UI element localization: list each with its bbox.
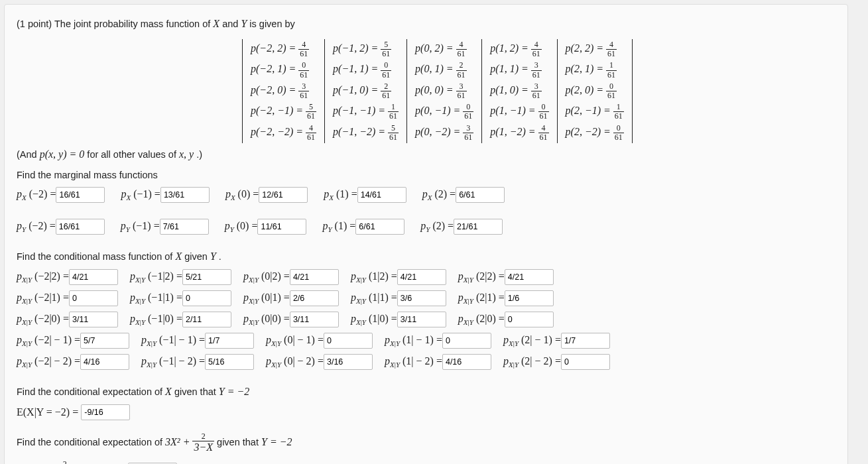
cond-item: pX|Y (2|1) = bbox=[458, 290, 554, 306]
px-label: pX (0) = bbox=[225, 188, 259, 202]
var-Y: Y bbox=[241, 18, 247, 29]
cond-input[interactable] bbox=[290, 269, 339, 285]
cond-label: pX|Y (0|0) = bbox=[243, 313, 290, 326]
cond-input[interactable] bbox=[69, 312, 118, 327]
cond-item: pX|Y (−1| − 2) = bbox=[141, 354, 254, 370]
cond-item: pX|Y (−1|1) = bbox=[130, 290, 231, 306]
cond-item: pX|Y (1| − 2) = bbox=[385, 354, 491, 370]
px-label: pX (−1) = bbox=[121, 188, 160, 202]
cond-input[interactable] bbox=[324, 354, 373, 370]
cond-label: pX|Y (−1| − 1) = bbox=[141, 334, 205, 347]
cond-input[interactable] bbox=[442, 333, 491, 349]
px-item: pX (−2) = bbox=[17, 187, 105, 203]
px-input[interactable] bbox=[259, 187, 308, 203]
problem-container: (1 point) The joint probability mass fun… bbox=[4, 4, 848, 464]
cond-label: pX|Y (0|2) = bbox=[243, 270, 290, 284]
marginal-prompt: Find the marginal mass functions bbox=[17, 170, 836, 180]
cond-input[interactable] bbox=[561, 333, 610, 349]
py-label: pY (−1) = bbox=[121, 220, 160, 233]
cond-label: pX|Y (0|1) = bbox=[243, 292, 290, 305]
var-X: X bbox=[213, 18, 219, 29]
cond-input[interactable] bbox=[80, 354, 129, 370]
px-label: pX (1) = bbox=[324, 188, 357, 202]
cond-item: pX|Y (2|2) = bbox=[458, 269, 554, 285]
cond-input[interactable] bbox=[505, 290, 554, 306]
cond-label: pX|Y (−1| − 2) = bbox=[141, 355, 205, 369]
cond-item: pX|Y (2| − 2) = bbox=[503, 354, 610, 370]
py-input[interactable] bbox=[257, 219, 306, 235]
frac-expr: 23−X bbox=[192, 432, 214, 453]
cond-prompt: Find the conditional mass function of X … bbox=[17, 251, 836, 262]
cond-input[interactable] bbox=[182, 312, 231, 327]
cond-label: pX|Y (−1|1) = bbox=[130, 292, 182, 305]
cond-input[interactable] bbox=[397, 290, 446, 306]
cond-row: pX|Y (−2|2) = pX|Y (−1|2) = pX|Y (0|2) =… bbox=[17, 269, 836, 289]
px-item: pX (0) = bbox=[225, 187, 308, 203]
joint-cell: p(1, 1) = 361 bbox=[482, 60, 557, 80]
cond-item: pX|Y (−1| − 1) = bbox=[141, 333, 254, 349]
cond-input[interactable] bbox=[397, 312, 446, 327]
py-input[interactable] bbox=[160, 219, 209, 235]
cond-input[interactable] bbox=[182, 269, 231, 285]
cond-input[interactable] bbox=[205, 333, 254, 349]
py-input[interactable] bbox=[56, 219, 105, 235]
cond-row: pX|Y (−2|0) = pX|Y (−1|0) = pX|Y (0|0) =… bbox=[17, 312, 836, 331]
exp1-prompt: Find the conditional expectation of X gi… bbox=[17, 386, 836, 398]
cond-input[interactable] bbox=[324, 333, 373, 349]
cond-input[interactable] bbox=[442, 354, 491, 370]
title-text: is given by bbox=[249, 19, 295, 29]
px-item: pX (1) = bbox=[324, 187, 406, 203]
cond-input[interactable] bbox=[80, 333, 129, 349]
joint-cell: p(−2, 2) = 461 bbox=[243, 39, 325, 60]
joint-cell: p(−2, −2) = 461 bbox=[243, 123, 325, 143]
joint-cell: p(−1, 0) = 261 bbox=[325, 81, 407, 101]
joint-cell: p(−1, 2) = 561 bbox=[325, 39, 407, 60]
cond-item: pX|Y (−2| − 2) = bbox=[17, 354, 129, 370]
py-input[interactable] bbox=[454, 219, 503, 235]
px-input[interactable] bbox=[357, 187, 406, 203]
cond-input[interactable] bbox=[561, 354, 610, 370]
cond-input[interactable] bbox=[69, 290, 118, 306]
joint-cell: p(−2, 1) = 061 bbox=[243, 60, 325, 80]
joint-cell: p(0, −2) = 361 bbox=[407, 123, 482, 143]
cond-input[interactable] bbox=[205, 354, 254, 370]
joint-cell: p(1, −2) = 461 bbox=[482, 123, 557, 143]
cond-input[interactable] bbox=[69, 269, 118, 285]
px-input[interactable] bbox=[56, 187, 105, 203]
px-input[interactable] bbox=[160, 187, 210, 203]
cond-label: pX|Y (1|1) = bbox=[351, 292, 397, 305]
cond-label: pX|Y (−1|2) = bbox=[130, 270, 182, 284]
exp1-input[interactable] bbox=[81, 404, 130, 420]
cond-row: pX|Y (−2| − 2) = pX|Y (−1| − 2) = pX|Y (… bbox=[17, 354, 836, 374]
cond-row: pX|Y (−2|1) = pX|Y (−1|1) = pX|Y (0|1) =… bbox=[17, 290, 836, 310]
cond-item: pX|Y (−2| − 1) = bbox=[17, 333, 129, 349]
cond-input[interactable] bbox=[505, 269, 554, 285]
cond-label: pX|Y (1|0) = bbox=[351, 313, 397, 326]
joint-cell: p(0, 0) = 361 bbox=[407, 81, 482, 101]
py-label: pY (2) = bbox=[420, 220, 454, 233]
cond-item: pX|Y (0|0) = bbox=[243, 312, 339, 327]
cond-label: pX|Y (2| − 2) = bbox=[503, 355, 561, 369]
cond-item: pX|Y (−2|0) = bbox=[17, 312, 118, 327]
cond-item: pX|Y (2| − 1) = bbox=[503, 333, 610, 349]
cond-label: pX|Y (2| − 1) = bbox=[503, 334, 561, 347]
cond-input[interactable] bbox=[397, 269, 446, 285]
py-item: pY (0) = bbox=[225, 219, 307, 235]
cond-input[interactable] bbox=[505, 312, 554, 327]
cond-item: pX|Y (−1|2) = bbox=[130, 269, 231, 285]
joint-cell: p(1, −1) = 061 bbox=[482, 101, 557, 122]
joint-cell: p(−1, −1) = 161 bbox=[325, 101, 407, 122]
exp2-row: E(3X² + 23−X |Y = −2) = bbox=[17, 460, 836, 464]
cond-input[interactable] bbox=[182, 290, 231, 306]
cond-label: pX|Y (1| − 1) = bbox=[385, 334, 442, 347]
cond-label: pX|Y (−2|0) = bbox=[17, 313, 69, 326]
cond-grid: pX|Y (−2|2) = pX|Y (−1|2) = pX|Y (0|2) =… bbox=[17, 269, 836, 374]
joint-cell: p(−2, 0) = 361 bbox=[243, 81, 325, 101]
px-input[interactable] bbox=[456, 187, 505, 203]
cond-input[interactable] bbox=[290, 312, 339, 327]
cond-input[interactable] bbox=[290, 290, 339, 306]
py-input[interactable] bbox=[355, 219, 404, 235]
exp1-row: E(X|Y = −2) = bbox=[17, 404, 836, 420]
joint-cell: p(2, −2) = 061 bbox=[557, 123, 632, 143]
py-row: pY (−2) = pY (−1) = pY (0) = pY (1) = pY… bbox=[17, 219, 836, 239]
